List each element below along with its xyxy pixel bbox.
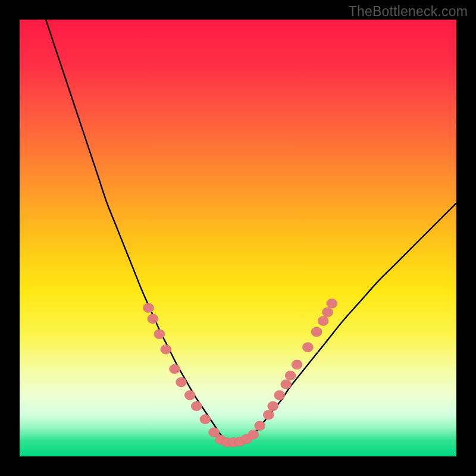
zone-dot (274, 390, 285, 400)
chart-card: TheBottleneck.com (0, 0, 476, 476)
zone-dot (281, 380, 292, 389)
zone-dot (148, 314, 158, 324)
zone-dot (176, 377, 187, 387)
zone-dot (143, 303, 154, 312)
zone-dot (170, 364, 180, 374)
zone-dot (292, 360, 302, 369)
chart-svg (20, 20, 456, 456)
zone-dot (248, 430, 259, 439)
zone-dot (184, 390, 195, 400)
zone-dot (311, 327, 322, 337)
zone-dot (200, 415, 211, 424)
zone-dot (161, 345, 171, 354)
zone-dot (302, 343, 313, 352)
plot-area (20, 20, 456, 456)
watermark-text: TheBottleneck.com (349, 4, 468, 20)
zone-dot (318, 316, 328, 325)
zone-dot (268, 402, 278, 411)
zone-dot (322, 308, 333, 317)
zone-dot (154, 329, 165, 339)
zone-dot (327, 299, 337, 308)
zone-dot (255, 421, 265, 431)
zone-dot (263, 410, 274, 419)
zone-dot (285, 371, 296, 380)
gradient-background (20, 20, 456, 456)
zone-dot (191, 402, 202, 411)
